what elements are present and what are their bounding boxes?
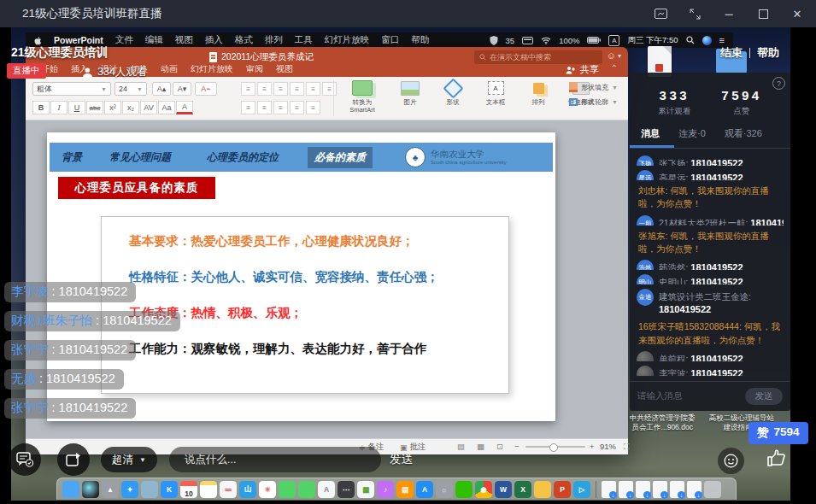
format-button-a[interactable]: A xyxy=(176,101,193,114)
dock-icon-launchpad[interactable]: ▲ xyxy=(102,481,119,498)
zoom-slider-handle[interactable] xyxy=(549,443,558,452)
menubar-item[interactable]: 编辑 xyxy=(145,34,163,46)
dock-icon-qq-dark[interactable]: ⋯ xyxy=(338,481,355,498)
dock-icon-finder[interactable] xyxy=(62,481,79,498)
menubar-item[interactable]: 视图 xyxy=(175,34,193,46)
dock-icon-itunes[interactable]: ♪ xyxy=(377,481,394,498)
dock-icon-books[interactable]: ▤ xyxy=(396,481,414,498)
dock-icon-notebook[interactable] xyxy=(534,481,551,498)
rotate-screen-button[interactable] xyxy=(57,443,90,476)
dock-icon-keynote[interactable]: K xyxy=(161,481,178,498)
notification-center-icon[interactable]: ≡ xyxy=(719,35,725,45)
dock-icon-excel[interactable]: X xyxy=(514,481,531,498)
fit-slide-icon[interactable]: ⛶ xyxy=(624,442,630,452)
dock-icon-word[interactable]: W xyxy=(495,481,512,498)
menubar-app-name[interactable]: PowerPoint xyxy=(54,35,103,45)
menubar-item[interactable]: 文件 xyxy=(115,34,133,46)
dock-icon-photos[interactable]: ✳ xyxy=(259,481,276,498)
ribbon-tab[interactable]: 动画 xyxy=(161,63,178,75)
format-button-aa[interactable]: Aa xyxy=(158,101,175,114)
format-button-i[interactable]: I xyxy=(50,101,68,114)
dock-icon-siri[interactable] xyxy=(82,481,99,498)
paragraph-button[interactable]: ≡ xyxy=(273,101,288,114)
shape-outline-button[interactable]: 形状轮廓 ▼ xyxy=(569,97,618,107)
shrink-font-button[interactable]: A▾ xyxy=(173,82,191,96)
chat-tab-消息[interactable]: 消息 xyxy=(641,127,660,140)
dock-icon-reminders[interactable]: ≔ xyxy=(220,481,237,498)
format-button-av[interactable]: AV xyxy=(140,101,157,114)
chat-tab-连麦·0[interactable]: 连麦·0 xyxy=(678,127,706,140)
feedback-smiley-icon[interactable]: ☺▾ xyxy=(607,50,621,61)
paragraph-button[interactable]: ≡ xyxy=(257,101,272,114)
dock-icon-facetime[interactable] xyxy=(298,481,315,498)
dock-file-icon[interactable] xyxy=(687,481,702,498)
chat-input[interactable]: 请输入消息 xyxy=(637,390,683,402)
paragraph-button[interactable]: ≡ xyxy=(290,101,304,114)
ribbon-group-文本框[interactable]: A文本框 xyxy=(478,79,513,107)
chat-send-button[interactable]: 发送 xyxy=(745,388,783,405)
input-source-icon[interactable]: A xyxy=(608,35,619,46)
fullscreen-icon[interactable] xyxy=(688,7,702,21)
paragraph-button[interactable]: ≡ xyxy=(322,82,337,96)
paragraph-button[interactable]: ≡ xyxy=(241,101,255,114)
ribbon-tab[interactable]: 审阅 xyxy=(246,63,263,75)
grow-font-button[interactable]: A▴ xyxy=(152,82,171,96)
font-size-select[interactable]: 24▼ xyxy=(114,82,147,96)
dock-file-icon[interactable] xyxy=(636,481,650,498)
menubar-item[interactable]: 工具 xyxy=(295,34,313,46)
like-badge[interactable]: 赞 7594 xyxy=(748,422,808,444)
ribbon-group-图片[interactable]: 图片 xyxy=(393,79,427,107)
menubar-item[interactable]: 格式 xyxy=(235,34,253,46)
dock-icon-notes[interactable] xyxy=(200,481,217,498)
dock-icon-messages[interactable] xyxy=(279,481,296,498)
clear-format-button[interactable]: A⌁ xyxy=(195,82,217,96)
paragraph-button[interactable]: ≡ xyxy=(257,82,272,96)
slide-nav-必备的素质[interactable]: 必备的素质 xyxy=(308,147,373,168)
normal-view-icon[interactable]: ▤ xyxy=(457,442,465,451)
smartart-button[interactable]: 转换为SmartArt xyxy=(340,79,385,114)
slide-nav-常见心理问题[interactable]: 常见心理问题 xyxy=(109,150,171,165)
dock-icon-chrome[interactable]: ◉ xyxy=(475,481,492,498)
menubar-clock[interactable]: 周三 下午7:50 xyxy=(627,35,678,46)
dock-icon-cctalk[interactable]: 山 xyxy=(239,481,256,498)
ribbon-tab[interactable]: 幻灯片放映 xyxy=(191,63,233,75)
like-thumb-button[interactable] xyxy=(766,447,788,469)
format-button-abc[interactable]: abc xyxy=(86,101,103,114)
slide-nav-背景[interactable]: 背景 xyxy=(62,150,82,165)
menubar-item[interactable]: 幻灯片放映 xyxy=(325,34,370,46)
presentation-search-box[interactable]: 在演示文稿中搜索 xyxy=(474,50,602,64)
end-button[interactable]: 结束 xyxy=(720,45,743,61)
zoom-in-button[interactable]: + xyxy=(590,442,595,451)
help-icon[interactable]: ? xyxy=(772,77,785,90)
dock-file-icon[interactable] xyxy=(602,481,616,498)
slideshow-icon[interactable]: ⊡ xyxy=(496,442,503,451)
dock-file-icon[interactable] xyxy=(619,481,633,498)
zoom-level[interactable]: 91% xyxy=(600,442,616,451)
paragraph-button[interactable]: ≡ xyxy=(273,82,288,96)
spotlight-search-icon[interactable] xyxy=(686,36,695,44)
dock-trash-icon[interactable] xyxy=(704,481,721,498)
collapse-ribbon-icon[interactable]: ⌃ xyxy=(611,63,618,73)
close-button[interactable]: ✕ xyxy=(790,7,804,21)
chat-tab-观看·326[interactable]: 观看·326 xyxy=(725,127,762,140)
format-button-x₂[interactable]: x₂ xyxy=(122,101,139,114)
zoom-slider[interactable] xyxy=(525,446,585,448)
slide-nav-心理委员的定位[interactable]: 心理委员的定位 xyxy=(207,150,279,165)
shape-fill-button[interactable]: 形状填充 ▼ xyxy=(569,82,618,92)
dock-icon-preview[interactable] xyxy=(141,481,158,498)
menubar-item[interactable]: 窗口 xyxy=(381,34,399,46)
desktop-file-label[interactable]: 中共经济管理学院委员会工作...906.doc xyxy=(630,413,696,431)
format-button-u[interactable]: U xyxy=(68,101,85,114)
ribbon-tab[interactable]: 视图 xyxy=(276,63,293,75)
paragraph-button[interactable]: ≡ xyxy=(306,82,320,96)
ribbon-group-形状[interactable]: 形状 xyxy=(436,79,470,107)
chat-message-list[interactable]: 飞扬张飞扬: 1810419522星远高星远: 1810419522刘忠林: 何… xyxy=(630,149,790,376)
zoom-out-button[interactable]: − xyxy=(514,442,520,451)
dock-icon-safari[interactable]: ✦ xyxy=(121,481,138,498)
dock-icon-settings[interactable]: ☼ xyxy=(436,481,453,498)
share-button[interactable]: 共享 xyxy=(566,63,599,76)
dock-icon-powerpoint[interactable]: P xyxy=(554,481,571,498)
dock-icon-calendar[interactable]: 10 xyxy=(180,481,197,498)
quality-selector[interactable]: 超清 ▼ xyxy=(101,447,157,472)
font-name-select[interactable]: 粗体▼ xyxy=(32,82,111,96)
